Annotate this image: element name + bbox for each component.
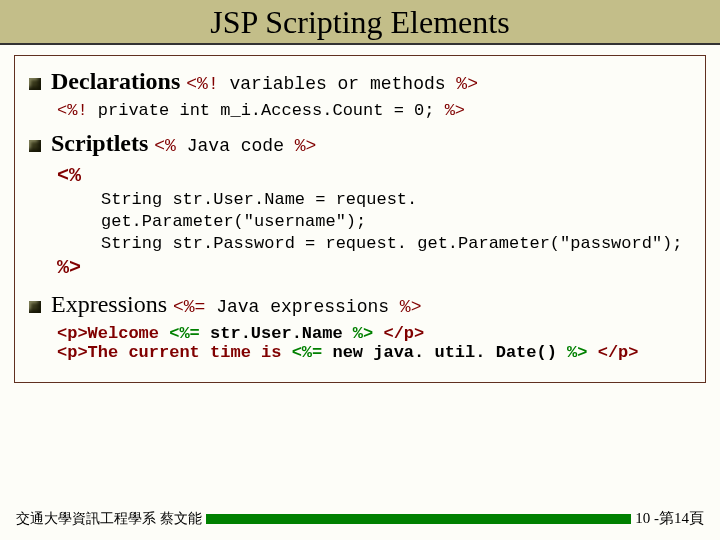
section-scriptlets: Scriptlets <% Java code %> <% String str…: [29, 130, 691, 281]
section-heading: Expressions <%= Java expressions %>: [51, 291, 421, 317]
footer-bar: [206, 514, 631, 524]
footer: 交通大學資訊工程學系 蔡文能 10 -第14頁: [0, 509, 720, 528]
bullet-icon: [29, 301, 41, 313]
heading-bold: Scriptlets: [51, 130, 148, 156]
footer-right: 10 -第14頁: [635, 509, 704, 528]
footer-left: 交通大學資訊工程學系 蔡文能: [16, 510, 202, 528]
declarations-example: <%! private int m_i.Access.Count = 0; %>: [57, 101, 691, 120]
heading-plain: Expressions: [51, 291, 167, 317]
section-expressions: Expressions <%= Java expressions %> <p>W…: [29, 291, 691, 362]
heading-code: <%= Java expressions %>: [173, 297, 421, 317]
expressions-example: <p>Welcome <%= str.User.Name %> </p><p>T…: [57, 324, 691, 362]
content-box: Declarations <%! variables or methods %>…: [14, 55, 706, 383]
slide-title: JSP Scripting Elements: [0, 4, 720, 43]
scriptlets-code: <% String str.User.Name = request. get.P…: [57, 163, 691, 281]
heading-code: <%! variables or methods %>: [186, 74, 478, 94]
code-open: <%: [57, 164, 81, 187]
section-heading: Declarations <%! variables or methods %>: [51, 68, 478, 94]
bullet-icon: [29, 78, 41, 90]
heading-code: <% Java code %>: [154, 136, 316, 156]
code-line: String str.User.Name = request. get.Para…: [101, 189, 691, 233]
heading-bold: Declarations: [51, 68, 180, 94]
code-line: String str.Password = request. get.Param…: [101, 233, 691, 255]
section-declarations: Declarations <%! variables or methods %>…: [29, 68, 691, 120]
title-bar: JSP Scripting Elements: [0, 0, 720, 45]
code-close: %>: [57, 256, 81, 279]
bullet-icon: [29, 140, 41, 152]
section-heading: Scriptlets <% Java code %>: [51, 130, 316, 156]
